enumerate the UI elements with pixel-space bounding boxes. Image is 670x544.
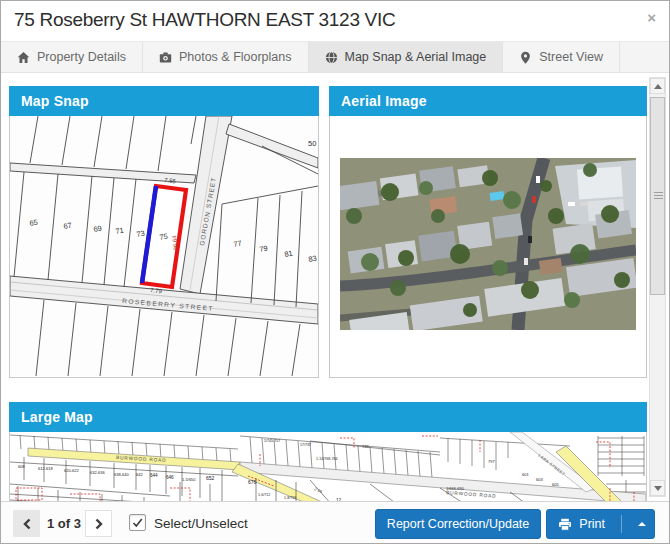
close-icon[interactable]: × [647, 10, 656, 25]
map-snap-body: 7.55 36.64 7.79 65 67 69 71 73 75 77 79 … [9, 116, 319, 378]
svg-text:620-622: 620-622 [64, 468, 79, 473]
report-correction-button[interactable]: Report Correction/Update [375, 509, 541, 539]
tab-label: Photos & Floorplans [179, 50, 292, 64]
svg-text:1-8/716: 1-8/716 [284, 496, 296, 500]
scroll-down-icon [654, 486, 662, 491]
svg-text:17/737: 17/737 [300, 443, 311, 447]
aerial-image-body [329, 116, 647, 378]
aerial-image-panel: Aerial Image [329, 86, 647, 378]
svg-text:646: 646 [166, 475, 174, 480]
tab-label: Map Snap & Aerial Image [345, 50, 487, 64]
svg-text:676: 676 [248, 479, 257, 485]
content-area: Map Snap [1, 73, 669, 501]
svg-text:71: 71 [115, 226, 125, 236]
map-snap-canvas: 7.55 36.64 7.79 65 67 69 71 73 75 77 79 … [10, 116, 318, 376]
home-icon [17, 51, 30, 64]
large-map-panel: Large Map [9, 402, 647, 514]
vertical-scrollbar[interactable] [649, 77, 666, 497]
svg-text:73: 73 [136, 229, 146, 239]
map-snap-panel: Map Snap [9, 86, 319, 378]
svg-text:638-640: 638-640 [114, 472, 129, 477]
svg-text:612-618: 612-618 [38, 466, 53, 471]
tab-label: Property Details [37, 50, 126, 64]
page-indicator: 1 of 3 [45, 516, 83, 531]
next-page-button[interactable] [85, 510, 112, 537]
scroll-up-button[interactable] [650, 78, 665, 94]
svg-text:632-636: 632-636 [90, 470, 105, 475]
footer-actions: Report Correction/Update Print [375, 509, 655, 539]
svg-text:608: 608 [18, 464, 25, 469]
scroll-up-icon [654, 84, 662, 89]
svg-text:67: 67 [63, 221, 73, 231]
chevron-right-icon [94, 518, 104, 530]
print-button[interactable]: Print [546, 509, 655, 539]
aerial-image-header: Aerial Image [329, 86, 647, 116]
tab-property-details[interactable]: Property Details [1, 42, 143, 72]
aerial-photo [340, 158, 636, 330]
large-map-header: Large Map [9, 402, 647, 432]
printer-icon [558, 518, 572, 531]
tab-label: Street View [539, 50, 603, 64]
page-title: 75 Roseberry St HAWTHORN EAST 3123 VIC [14, 9, 395, 31]
tab-street-view[interactable]: Street View [503, 42, 620, 72]
svg-text:1-14/768-784: 1-14/768-784 [316, 457, 337, 461]
scrollbar-grip [654, 195, 663, 196]
svg-text:642: 642 [136, 472, 143, 477]
previous-page-button[interactable] [13, 510, 40, 537]
chevron-left-icon [22, 518, 32, 530]
svg-text:603: 603 [536, 477, 543, 482]
svg-text:739: 739 [362, 444, 369, 449]
svg-text:65: 65 [29, 218, 39, 228]
title-bar: 75 Roseberry St HAWTHORN EAST 3123 VIC × [1, 1, 669, 41]
globe-icon [325, 51, 338, 64]
svg-text:644: 644 [150, 473, 158, 478]
svg-text:50: 50 [308, 139, 316, 148]
map-pin-icon [519, 51, 532, 64]
map-snap-header: Map Snap [9, 86, 319, 116]
svg-text:797: 797 [488, 459, 495, 464]
select-unselect-checkbox[interactable] [129, 514, 146, 531]
checkmark-icon [131, 516, 144, 529]
camera-icon [159, 51, 172, 64]
svg-text:1-5/650: 1-5/650 [182, 477, 196, 482]
svg-text:75: 75 [159, 232, 169, 242]
scrollbar-thumb[interactable] [650, 97, 665, 295]
svg-text:605: 605 [552, 482, 559, 487]
print-button-divider [621, 515, 622, 533]
svg-text:1-6/712: 1-6/712 [258, 493, 270, 497]
property-dialog: 75 Roseberry St HAWTHORN EAST 3123 VIC ×… [0, 0, 670, 544]
footer-bar: 1 of 3 Select/Unselect Report Correction… [1, 501, 669, 544]
tab-map-snap-aerial[interactable]: Map Snap & Aerial Image [309, 42, 504, 72]
print-dropdown-caret-icon[interactable] [638, 522, 646, 526]
scroll-down-button[interactable] [650, 480, 665, 496]
tab-bar: Property Details Photos & Floorplans Map… [1, 41, 669, 73]
tab-photos-floorplans[interactable]: Photos & Floorplans [143, 42, 309, 72]
svg-text:601: 601 [522, 472, 529, 477]
svg-text:1/745-757: 1/745-757 [264, 439, 280, 443]
select-unselect-label[interactable]: Select/Unselect [154, 516, 248, 531]
svg-text:652: 652 [206, 475, 215, 481]
svg-text:69: 69 [93, 224, 103, 234]
